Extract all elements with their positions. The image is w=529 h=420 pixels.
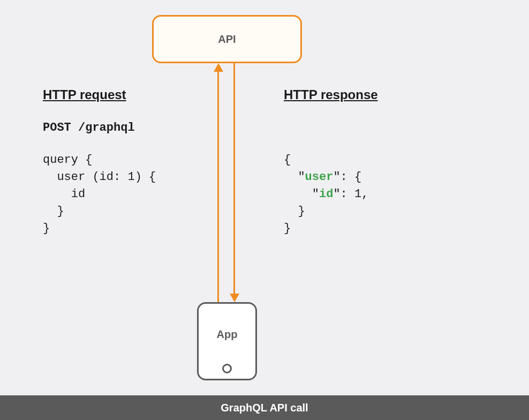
diagram-caption: GraphQL API call [221,402,308,414]
request-endpoint: POST /graphql [43,119,135,137]
client-app-label: App [217,328,238,341]
home-button-icon [222,364,232,373]
request-query-body: query { user (id: 1) { id } } [43,152,156,237]
response-json-key-user: user [305,170,334,184]
response-json-fragment: { " [284,153,305,184]
arrow-down-line [233,63,235,295]
arrow-down-head-icon [230,294,239,302]
diagram-caption-bar: GraphQL API call [0,395,529,420]
http-request-heading: HTTP request [43,87,126,102]
api-server-box: API [152,15,302,63]
response-json-key-id: id [319,188,333,201]
http-response-heading: HTTP response [284,87,378,102]
client-app-device: App [197,302,257,380]
request-response-arrows [213,63,241,302]
api-box-label: API [218,33,236,46]
response-body: { "user": { "id": 1, } } [284,152,368,237]
arrow-up-head-icon [214,63,223,72]
arrow-up-line [217,71,219,302]
